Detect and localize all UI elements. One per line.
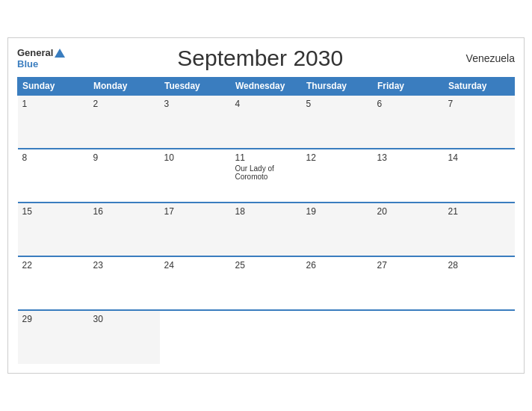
table-row: 14: [444, 149, 515, 203]
table-row: 5: [302, 95, 373, 149]
header-monday: Monday: [89, 78, 160, 96]
calendar-week-row: 2930: [18, 310, 515, 364]
day-number: 11: [235, 152, 297, 163]
table-row: 29: [18, 310, 89, 364]
header-thursday: Thursday: [302, 78, 373, 96]
day-number: 7: [448, 99, 510, 109]
table-row: 4: [231, 95, 302, 149]
table-row: 24: [160, 256, 231, 310]
day-number: 19: [306, 206, 368, 217]
day-number: 12: [306, 152, 368, 163]
table-row: 6: [373, 95, 444, 149]
day-number: 5: [306, 99, 368, 109]
table-row: 16: [89, 203, 160, 256]
day-number: 8: [22, 152, 84, 163]
table-row: 23: [89, 256, 160, 310]
day-number: 21: [448, 206, 510, 217]
country-label: Venezuela: [455, 52, 515, 64]
calendar-week-row: 1234567: [18, 95, 515, 149]
table-row: 28: [444, 256, 515, 310]
day-number: 14: [448, 152, 510, 163]
header-wednesday: Wednesday: [231, 78, 302, 96]
table-row: [373, 310, 444, 364]
day-number: 4: [235, 99, 297, 109]
calendar-header: General Blue September 2030 Venezuela: [17, 46, 515, 71]
day-number: 24: [164, 260, 226, 271]
header-saturday: Saturday: [444, 78, 515, 96]
calendar-week-row: 15161718192021: [18, 203, 515, 256]
day-number: 30: [93, 314, 155, 324]
calendar-table: Sunday Monday Tuesday Wednesday Thursday…: [17, 77, 515, 364]
table-row: 13: [373, 149, 444, 203]
header-sunday: Sunday: [18, 78, 89, 96]
table-row: 27: [373, 256, 444, 310]
weekday-header-row: Sunday Monday Tuesday Wednesday Thursday…: [18, 78, 515, 96]
day-number: 2: [93, 99, 155, 109]
logo-general-text: General: [17, 47, 53, 58]
table-row: 30: [89, 310, 160, 364]
day-number: 29: [22, 314, 84, 324]
table-row: 1: [18, 95, 89, 149]
day-number: 9: [93, 152, 155, 163]
day-number: 26: [306, 260, 368, 271]
day-number: 13: [377, 152, 439, 163]
table-row: 19: [302, 203, 373, 256]
table-row: 8: [18, 149, 89, 203]
table-row: 21: [444, 203, 515, 256]
table-row: [160, 310, 231, 364]
calendar-title: September 2030: [65, 46, 455, 71]
day-number: 6: [377, 99, 439, 109]
table-row: 10: [160, 149, 231, 203]
logo-blue-text: Blue: [17, 58, 38, 69]
header-tuesday: Tuesday: [160, 78, 231, 96]
calendar-week-row: 891011Our Lady of Coromoto121314: [18, 149, 515, 203]
calendar-container: General Blue September 2030 Venezuela Su…: [7, 37, 525, 374]
day-number: 18: [235, 206, 297, 217]
day-number: 22: [22, 260, 84, 271]
table-row: 11Our Lady of Coromoto: [231, 149, 302, 203]
day-number: 15: [22, 206, 84, 217]
table-row: 17: [160, 203, 231, 256]
logo-area: General Blue: [17, 47, 65, 69]
day-number: 27: [377, 260, 439, 271]
table-row: 26: [302, 256, 373, 310]
table-row: [231, 310, 302, 364]
day-number: 17: [164, 206, 226, 217]
table-row: 7: [444, 95, 515, 149]
day-number: 3: [164, 99, 226, 109]
table-row: 25: [231, 256, 302, 310]
day-number: 10: [164, 152, 226, 163]
table-row: 12: [302, 149, 373, 203]
logo-triangle-icon: [55, 49, 65, 58]
day-number: 25: [235, 260, 297, 271]
table-row: 9: [89, 149, 160, 203]
table-row: [444, 310, 515, 364]
day-number: 1: [22, 99, 84, 109]
table-row: 22: [18, 256, 89, 310]
event-label: Our Lady of Coromoto: [235, 164, 297, 181]
day-number: 20: [377, 206, 439, 217]
table-row: 3: [160, 95, 231, 149]
day-number: 16: [93, 206, 155, 217]
day-number: 28: [448, 260, 510, 271]
table-row: [302, 310, 373, 364]
table-row: 18: [231, 203, 302, 256]
calendar-week-row: 22232425262728: [18, 256, 515, 310]
table-row: 20: [373, 203, 444, 256]
table-row: 2: [89, 95, 160, 149]
table-row: 15: [18, 203, 89, 256]
header-friday: Friday: [373, 78, 444, 96]
day-number: 23: [93, 260, 155, 271]
